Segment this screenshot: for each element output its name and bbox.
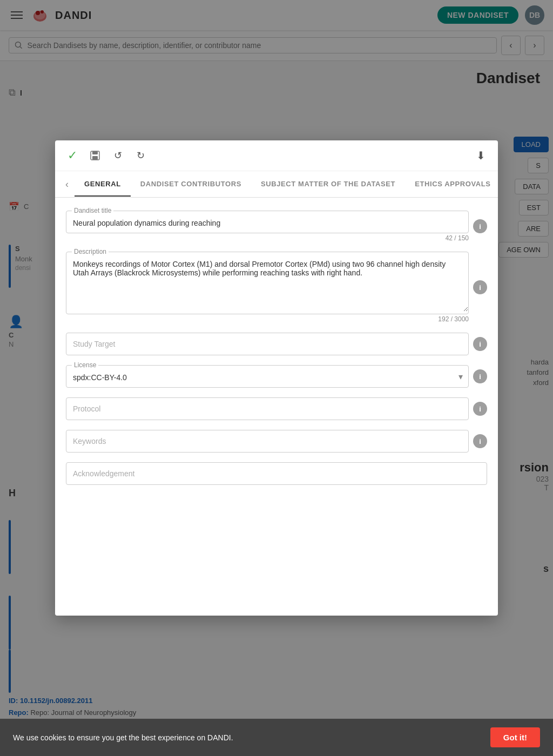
license-info-button[interactable]: i xyxy=(473,369,487,383)
svg-rect-8 xyxy=(92,156,98,160)
protocol-input[interactable] xyxy=(66,397,469,420)
modal-toolbar: ✓ ↺ ↻ ⬇ xyxy=(55,140,498,171)
tab-subject[interactable]: SUBJECT MATTER OF THE DATASET xyxy=(251,172,405,197)
redo-button[interactable]: ↻ xyxy=(132,147,149,164)
keywords-info-button[interactable]: i xyxy=(473,434,487,448)
protocol-field-row: i xyxy=(66,397,487,420)
cookie-text: We use cookies to ensure you get the bes… xyxy=(13,733,233,742)
study-target-field-row: i xyxy=(66,333,487,355)
license-field-row: License spdx:CC-BY-4.0 spdx:CC0-1.0 ▾ i xyxy=(66,365,487,388)
save-button[interactable] xyxy=(86,147,104,164)
tab-contributors[interactable]: DANDISET CONTRIBUTORS xyxy=(131,172,251,197)
description-field-row: Description Monkeys recordings of Motor … xyxy=(66,252,487,323)
svg-rect-7 xyxy=(92,151,98,154)
undo-button[interactable]: ↺ xyxy=(109,147,126,164)
confirm-button[interactable]: ✓ xyxy=(64,147,81,164)
title-field-label: Dandiset title xyxy=(72,207,113,214)
study-target-info-button[interactable]: i xyxy=(473,337,487,351)
save-icon xyxy=(90,150,100,161)
description-field-label: Description xyxy=(72,248,109,255)
dandiset-title-field-row: Dandiset title 42 / 150 i xyxy=(66,211,487,242)
description-field: Description Monkeys recordings of Motor … xyxy=(66,252,469,323)
cookie-banner: We use cookies to ensure you get the bes… xyxy=(0,719,553,756)
edit-modal: ✓ ↺ ↻ ⬇ ‹ GENERAL DANDISET CONTRIBUTORS … xyxy=(55,140,498,616)
keywords-field-row: i xyxy=(66,430,487,453)
description-counter: 192 / 3000 xyxy=(66,315,469,323)
description-info-button[interactable]: i xyxy=(473,280,487,294)
protocol-info-button[interactable]: i xyxy=(473,402,487,416)
study-target-input[interactable] xyxy=(66,333,469,355)
cookie-accept-button[interactable]: Got it! xyxy=(490,727,540,747)
acknowledgement-field-row xyxy=(66,462,487,485)
title-info-button[interactable]: i xyxy=(473,219,487,233)
acknowledgement-input[interactable] xyxy=(66,462,487,485)
download-button[interactable]: ⬇ xyxy=(472,147,489,164)
modal-tabs: ‹ GENERAL DANDISET CONTRIBUTORS SUBJECT … xyxy=(55,171,498,198)
tab-prev-arrow[interactable]: ‹ xyxy=(59,171,75,197)
modal-body: Dandiset title 42 / 150 i Description Mo… xyxy=(55,198,498,616)
title-counter: 42 / 150 xyxy=(66,234,469,242)
license-field: License spdx:CC-BY-4.0 spdx:CC0-1.0 ▾ xyxy=(66,365,469,388)
tab-general[interactable]: GENERAL xyxy=(75,172,131,197)
license-select[interactable]: spdx:CC-BY-4.0 spdx:CC0-1.0 xyxy=(66,366,468,387)
description-textarea[interactable]: Monkeys recordings of Motor Cortex (M1) … xyxy=(66,252,468,312)
tab-ethics[interactable]: ETHICS APPROVALS xyxy=(405,172,498,197)
dandiset-title-field: Dandiset title 42 / 150 xyxy=(66,211,469,242)
keywords-input[interactable] xyxy=(66,430,469,453)
dandiset-title-input[interactable] xyxy=(66,211,468,233)
